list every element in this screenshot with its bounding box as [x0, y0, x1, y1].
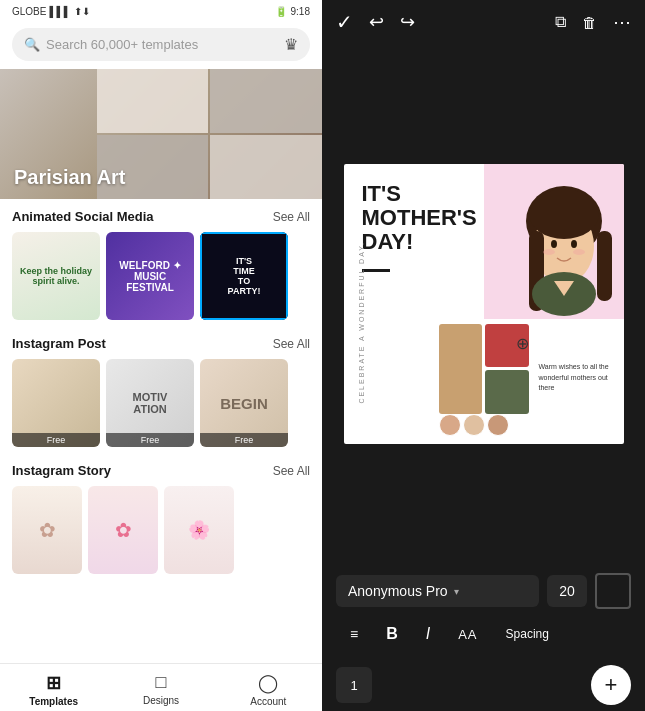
format-row: ≡ B I AA Spacing — [336, 619, 631, 649]
hero-image-4 — [210, 135, 322, 199]
animated-social-see-all[interactable]: See All — [273, 210, 310, 224]
italic-button[interactable]: I — [412, 619, 444, 649]
illustration-svg — [489, 176, 619, 316]
svg-point-6 — [571, 240, 577, 248]
more-icon[interactable]: ⋯ — [613, 11, 631, 33]
svg-point-7 — [543, 249, 555, 255]
story-card-3-inner: 🌸 — [164, 486, 234, 574]
font-name-text: Anonymous Pro — [348, 583, 448, 599]
animated-card-2-inner: WELFORD ✦ MUSIC FESTIVAL — [106, 232, 194, 320]
md-title: IT'S MOTHER'S DAY! — [362, 182, 477, 255]
font-row: Anonymous Pro ▾ 20 — [336, 573, 631, 609]
animated-social-title: Animated Social Media — [12, 209, 154, 224]
left-panel: GLOBE ▌▌▌ ⬆⬇ 🔋 9:18 🔍 Search 60,000+ tem… — [0, 0, 322, 711]
carrier-text: GLOBE — [12, 6, 46, 17]
instagram-post-title: Instagram Post — [12, 336, 106, 351]
nav-templates[interactable]: ⊞ Templates — [0, 672, 107, 707]
animated-social-section: Animated Social Media See All Keep the h… — [0, 199, 322, 326]
account-icon: ◯ — [258, 672, 278, 694]
photo-3 — [485, 370, 529, 414]
instagram-story-section: Instagram Story See All ✿ ✿ 🌸 — [0, 453, 322, 580]
small-faces-row — [439, 414, 509, 436]
story-card-2[interactable]: ✿ — [88, 486, 158, 574]
status-right: 🔋 9:18 — [275, 6, 310, 17]
instagram-story-header: Instagram Story See All — [12, 463, 310, 478]
instagram-post-header: Instagram Post See All — [12, 336, 310, 351]
instagram-story-title: Instagram Story — [12, 463, 111, 478]
svg-point-5 — [551, 240, 557, 248]
hero-title: Parisian Art — [14, 166, 126, 189]
delete-icon[interactable]: 🗑 — [582, 14, 597, 31]
check-icon[interactable]: ✓ — [336, 10, 353, 34]
right-panel: ✓ ↩ ↪ ⧉ 🗑 ⋯ IT'S MOTHER'S DAY! CELEBRATE… — [322, 0, 645, 711]
hero-image-2 — [210, 69, 322, 133]
md-vertical-text: CELEBRATE A WONDERFUL DAY. — [358, 241, 365, 404]
search-placeholder: Search 60,000+ templates — [46, 37, 278, 52]
ig-post-card-3[interactable]: BEGIN Free — [200, 359, 288, 447]
md-decorative-line — [362, 269, 390, 272]
face-small-3 — [487, 414, 509, 436]
chevron-down-icon: ▾ — [454, 586, 459, 597]
data-icon: ⬆⬇ — [74, 6, 90, 17]
crown-icon[interactable]: ♛ — [284, 35, 298, 54]
designs-label: Designs — [143, 695, 179, 706]
undo-icon[interactable]: ↩ — [369, 11, 384, 33]
instagram-post-section: Instagram Post See All Free MOTIVATION F… — [0, 326, 322, 453]
animated-card-1-inner: Keep the holiday spirit alive. — [12, 232, 100, 320]
move-icon[interactable]: ⊕ — [516, 334, 529, 353]
templates-icon: ⊞ — [46, 672, 61, 694]
animated-social-row: Keep the holiday spirit alive. WELFORD ✦… — [12, 232, 310, 320]
align-button[interactable]: ≡ — [336, 620, 372, 648]
face-small-1 — [439, 414, 461, 436]
md-title-line3: DAY! — [362, 229, 414, 254]
layer-badge[interactable]: 1 — [336, 667, 372, 703]
time-text: 9:18 — [291, 6, 310, 17]
font-selector[interactable]: Anonymous Pro ▾ — [336, 575, 539, 607]
bottom-action-bar: 1 + — [322, 657, 645, 711]
color-picker[interactable] — [595, 573, 631, 609]
story-card-1-inner: ✿ — [12, 486, 82, 574]
ig-post-card-1[interactable]: Free — [12, 359, 100, 447]
story-card-1[interactable]: ✿ — [12, 486, 82, 574]
bottom-nav: ⊞ Templates □ Designs ◯ Account — [0, 663, 322, 711]
bottom-controls: Anonymous Pro ▾ 20 ≡ B I AA Spacing — [322, 563, 645, 657]
nav-designs[interactable]: □ Designs — [107, 672, 214, 707]
redo-icon[interactable]: ↪ — [400, 11, 415, 33]
design-canvas[interactable]: IT'S MOTHER'S DAY! CELEBRATE A WONDERFUL… — [344, 164, 624, 444]
status-bar: GLOBE ▌▌▌ ⬆⬇ 🔋 9:18 — [0, 0, 322, 22]
font-size-box[interactable]: 20 — [547, 575, 587, 607]
story-card-3[interactable]: 🌸 — [164, 486, 234, 574]
copy-icon[interactable]: ⧉ — [555, 13, 566, 31]
instagram-story-see-all[interactable]: See All — [273, 464, 310, 478]
spacing-button[interactable]: Spacing — [492, 621, 563, 647]
animated-card-1-text: Keep the holiday spirit alive. — [16, 266, 96, 286]
svg-rect-4 — [597, 231, 612, 301]
md-title-line1: IT'S — [362, 181, 401, 206]
animated-card-1[interactable]: Keep the holiday spirit alive. — [12, 232, 100, 320]
instagram-story-row: ✿ ✿ 🌸 — [12, 486, 310, 574]
bold-button[interactable]: B — [372, 619, 412, 649]
svg-point-8 — [573, 249, 585, 255]
hero-images — [97, 69, 322, 199]
ig-post-card-2[interactable]: MOTIVATION Free — [106, 359, 194, 447]
animated-card-2-text: WELFORD ✦ MUSIC FESTIVAL — [110, 260, 190, 293]
battery-icon: 🔋 — [275, 6, 287, 17]
instagram-post-row: Free MOTIVATION Free BEGIN Free — [12, 359, 310, 447]
instagram-post-see-all[interactable]: See All — [273, 337, 310, 351]
animated-card-3[interactable]: IT'STIMETOPARTY! — [200, 232, 288, 320]
animated-card-2[interactable]: WELFORD ✦ MUSIC FESTIVAL — [106, 232, 194, 320]
canvas-area: IT'S MOTHER'S DAY! CELEBRATE A WONDERFUL… — [322, 44, 645, 563]
hero-banner[interactable]: Parisian Art — [0, 69, 322, 199]
add-button[interactable]: + — [591, 665, 631, 705]
story-card-2-inner: ✿ — [88, 486, 158, 574]
nav-account[interactable]: ◯ Account — [215, 672, 322, 707]
md-illustration — [484, 174, 624, 319]
face-small-2 — [463, 414, 485, 436]
aa-button[interactable]: AA — [444, 621, 491, 648]
hero-image-1 — [97, 69, 209, 133]
search-bar: 🔍 Search 60,000+ templates ♛ — [0, 22, 322, 69]
photo-1 — [439, 324, 483, 414]
search-input-wrap[interactable]: 🔍 Search 60,000+ templates ♛ — [12, 28, 310, 61]
templates-label: Templates — [29, 696, 78, 707]
animated-card-3-inner: IT'STIMETOPARTY! — [200, 232, 288, 320]
